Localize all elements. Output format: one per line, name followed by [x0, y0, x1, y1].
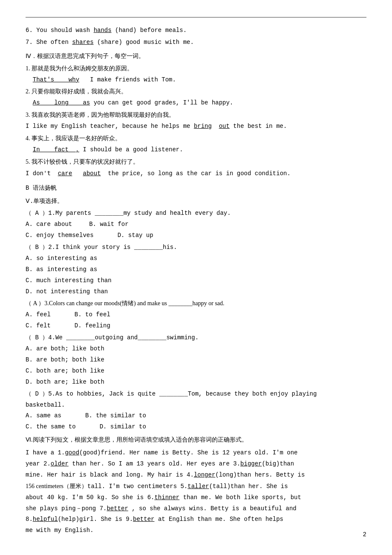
- v-q4-optC: C. both are; both like: [26, 366, 366, 377]
- v-q3-optC: C. felt: [26, 321, 51, 332]
- section-b-header: B 语法扬帆: [26, 183, 366, 194]
- v-q1-optC: C. enjoy themselves: [26, 230, 94, 241]
- q6-text: 6. You should wash hands (hand) before m…: [26, 27, 187, 34]
- iv-q1-zh: 1. 那就是我为什么和汤姆交朋友的原因。: [26, 63, 366, 75]
- reading-line7: 8.helpful(help)girl. She is 9.better at …: [26, 516, 283, 523]
- iv-q1-en: That's why I make friends with Tom.: [26, 75, 366, 86]
- v-q4-optD: D. both are; like both: [26, 377, 366, 388]
- v-q3-optA: A. feel: [26, 309, 51, 321]
- v-q3-optB: B. to feel: [75, 309, 110, 321]
- v-q3-text: （ A ）3.Colors can change our moods(情绪) a…: [26, 298, 366, 309]
- v-q3-options-ab: A. feel B. to feel: [26, 309, 366, 321]
- v-question-3: （ A ）3.Colors can change our moods(情绪) a…: [26, 298, 366, 332]
- section-iv-header: Ⅳ．根据汉语意思完成下列句子，每空一词。: [26, 51, 366, 62]
- reading-line1: I have a 1.good(good)friend. Her name is…: [26, 449, 298, 456]
- iv-q4-zh: 4. 事实上，我应该是一名好的听众。: [26, 133, 366, 145]
- iv-q2-zh: 2. 只要你能取得好成绩，我就会高兴。: [26, 86, 366, 98]
- reading-paragraph: I have a 1.good(good)friend. Her name is…: [26, 448, 366, 536]
- v-q1-optB: B. wait for: [89, 219, 128, 230]
- iv-question-5: 5. 我不计较价钱，只要车的状况好就行了。 I don't care about…: [26, 156, 366, 179]
- iv-question-2: 2. 只要你能取得好成绩，我就会高兴。 As long as you can g…: [26, 86, 366, 109]
- v-question-1: （ A ）1.My parents ________my study and h…: [26, 208, 366, 241]
- v-q5-options-cd: C. the same to D. similar to: [26, 422, 366, 433]
- section-vi-header: Ⅵ.阅读下列短文，根据文章意思，用所给词语填空或填入适合的形容词的正确形式。: [26, 434, 366, 446]
- section-v-header: Ⅴ.单项选择。: [26, 196, 366, 207]
- reading-line2: year 2.older than her. So I am 13 years …: [26, 460, 294, 467]
- top-line: [26, 17, 366, 17]
- v-q1-optA: A. care about: [26, 219, 72, 230]
- question-6: 6. You should wash hands (hand) before m…: [26, 25, 366, 36]
- v-question-5: （ D ）5.As to hobbies, Jack is quite ____…: [26, 389, 366, 433]
- v-q4-optB: B. are both; both like: [26, 355, 366, 366]
- iv-q5-zh: 5. 我不计较价钱，只要车的状况好就行了。: [26, 156, 366, 168]
- v-question-4: （ B ）4.We ________outgoing and________sw…: [26, 332, 366, 387]
- iv-q4-en: In fact , I should be a good listener.: [26, 145, 366, 156]
- question-7: 7. She often shares (share) good music w…: [26, 37, 366, 48]
- v-q4-text: （ B ）4.We ________outgoing and________sw…: [26, 332, 366, 344]
- v-q5-optB: B. the similar to: [85, 410, 146, 422]
- v-question-2: （ B ）2.I think your story is ________his…: [26, 242, 366, 297]
- iv-question-3: 3. 我喜欢我的英语老师，因为他帮助我展现最好的自我。 I like my En…: [26, 110, 366, 132]
- page-number: 2: [363, 531, 366, 538]
- iv-question-1: 1. 那就是我为什么和汤姆交朋友的原因。 That's why I make f…: [26, 63, 366, 86]
- reading-line5: about 40 kg. I'm 50 kg. So she is 6.thin…: [26, 494, 301, 501]
- q7-answer: shares: [72, 39, 93, 46]
- v-q1-options-cd: C. enjoy themselves D. stay up: [26, 230, 366, 241]
- reading-line6: she plays ping－pong 7.better , so she al…: [26, 505, 297, 512]
- v-q2-optD: D. not interesting than: [26, 286, 366, 298]
- q7-text: 7. She often shares (share) good music w…: [26, 39, 194, 46]
- v-q5-options-ab: A. same as B. the similar to: [26, 410, 366, 422]
- v-q2-optC: C. much interesting than: [26, 275, 366, 286]
- v-q5-optA: A. same as: [26, 410, 61, 422]
- reading-line8: me with my English.: [26, 527, 94, 534]
- iv-question-4: 4. 事实上，我应该是一名好的听众。 In fact , I should be…: [26, 133, 366, 156]
- v-q2-text: （ B ）2.I think your story is ________his…: [26, 242, 366, 253]
- iv-q2-en: As long as you can get good grades, I'll…: [26, 98, 366, 109]
- v-q1-options: A. care about B. wait for: [26, 219, 366, 230]
- iv-q5-en: I don't care about the price, so long as…: [26, 168, 366, 179]
- iv-q3-zh: 3. 我喜欢我的英语老师，因为他帮助我展现最好的自我。: [26, 110, 366, 121]
- reading-line4: 156 centimeters（厘米）tall. I'm two centime…: [26, 483, 288, 490]
- v-q2-optA: A. so interesting as: [26, 253, 366, 264]
- v-q5-text-line2: basketball.: [26, 400, 366, 411]
- v-q3-optD: D. feeling: [75, 321, 110, 332]
- v-q5-optD: D. similar to: [100, 422, 146, 433]
- v-q5-text-line1: （ D ）5.As to hobbies, Jack is quite ____…: [26, 389, 366, 400]
- main-content: 6. You should wash hands (hand) before m…: [26, 25, 366, 536]
- v-q1-optD: D. stay up: [118, 230, 153, 241]
- v-q4-optA: A. are both; like both: [26, 344, 366, 355]
- v-q1-text: （ A ）1.My parents ________my study and h…: [26, 208, 366, 219]
- v-q5-optC: C. the same to: [26, 422, 76, 433]
- iv-q3-en: I like my English teacher, because he he…: [26, 121, 366, 132]
- q6-answer: hands: [94, 27, 112, 34]
- v-q2-optB: B. as interesting as: [26, 264, 366, 275]
- v-q3-options-cd: C. felt D. feeling: [26, 321, 366, 332]
- reading-line3: mine. Her hair is black and long. My hai…: [26, 471, 305, 478]
